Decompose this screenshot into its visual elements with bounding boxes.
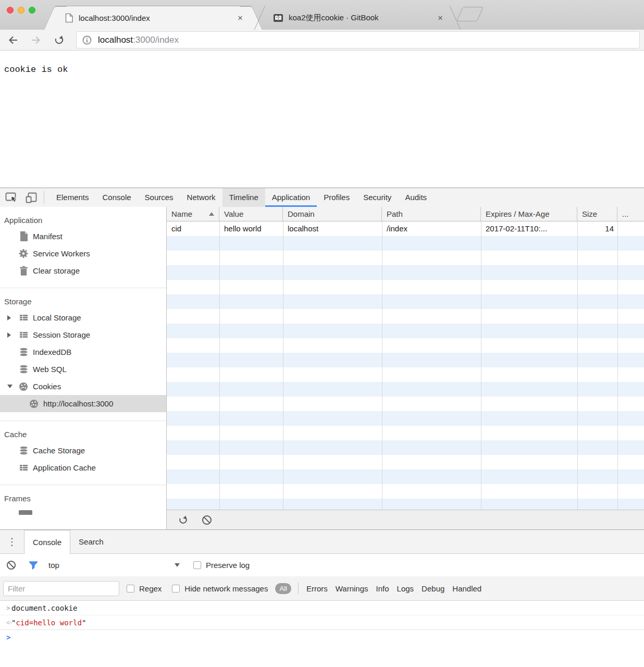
level-all-pill[interactable]: All [275,583,291,594]
refresh-icon[interactable] [178,515,188,525]
close-window-button[interactable] [7,7,14,14]
tab-edge [44,6,67,30]
tab-close-icon[interactable]: × [238,14,243,22]
page-body-text: cookie is ok [4,65,644,75]
column-header-expires[interactable]: Expires / Max-Age [481,207,577,221]
forward-icon[interactable] [30,35,42,45]
devtools-tab-security[interactable]: Security [356,188,398,207]
devtools-tab-console[interactable]: Console [96,188,138,207]
sidebar-item-clear-storage[interactable]: Clear storage [0,262,166,279]
tab-title: localhost:3000/index [79,14,233,22]
sidebar-item-local-storage[interactable]: Local Storage [0,309,166,326]
execution-context-select[interactable]: top [48,561,180,570]
new-tab-button[interactable] [456,7,484,21]
fullscreen-window-button[interactable] [29,7,35,14]
url-path: :3000/index [133,35,179,45]
devtools-tab-timeline[interactable]: Timeline [222,188,265,207]
application-sidebar: Application Manifest [0,207,167,529]
minimize-window-button[interactable] [18,7,24,14]
sidebar-item-application-cache[interactable]: Application Cache [0,459,166,476]
console-output: > document.cookie <· "cid=hello world" > [0,601,644,667]
frame-top-icon[interactable] [19,510,32,515]
expander-collapsed-icon[interactable] [7,315,19,320]
hide-network-checkbox[interactable] [172,585,180,592]
section-title: Frames [0,491,166,506]
result-quote: " [82,619,86,627]
tab-bar: localhost:3000/index × koa2使用cookie · Gi… [0,0,644,30]
devtools-tab-audits[interactable]: Audits [398,188,434,207]
column-header-value[interactable]: Value [219,207,283,221]
inspect-element-icon[interactable] [5,192,18,203]
filter-input[interactable] [3,581,119,596]
column-header-path[interactable]: Path [382,207,481,221]
devtools-tab-sources[interactable]: Sources [138,188,180,207]
console-input-entry[interactable]: > document.cookie [0,601,644,615]
level-info[interactable]: Info [376,584,389,593]
sidebar-item-cookies-localhost[interactable]: http://localhost:3000 [0,395,166,412]
sidebar-item-cache-storage[interactable]: Cache Storage [0,442,166,459]
tab-gitbook[interactable]: koa2使用cookie · GitBook × [264,6,451,30]
column-header-size[interactable]: Size [577,207,617,221]
cookie-row-cid[interactable]: cid hello world localhost /index 2017-02… [167,221,644,236]
column-divider[interactable] [382,221,382,510]
cell-value: hello world [219,221,283,236]
tab-localhost[interactable]: localhost:3000/index × [55,6,251,30]
column-header-domain[interactable]: Domain [283,207,382,221]
column-header-overflow[interactable]: ... [617,207,644,221]
sidebar-item-indexeddb[interactable]: IndexedDB [0,343,166,361]
column-header-name[interactable]: Name [167,207,219,221]
devtools-tab-elements[interactable]: Elements [49,188,96,207]
level-errors[interactable]: Errors [306,584,328,593]
clear-cookies-icon[interactable] [202,515,212,525]
level-handled[interactable]: Handled [452,584,481,593]
window-controls [7,7,35,14]
column-divider[interactable] [219,221,220,510]
sidebar-item-session-storage[interactable]: Session Storage [0,326,166,343]
cookies-table-header: Name Value Domain Path Expires / Max-Age… [167,207,644,221]
column-divider[interactable] [617,221,618,510]
sidebar-item-web-sql[interactable]: Web SQL [0,361,166,378]
console-result-entry[interactable]: <· "cid=hello world" [0,615,644,630]
sidebar-item-cookies[interactable]: Cookies [0,378,166,395]
device-toolbar-icon[interactable] [26,192,38,203]
sidebar-item-manifest[interactable]: Manifest [0,228,166,245]
page-info-icon[interactable] [82,35,92,45]
toolbar-divider [44,191,44,204]
filter-divider [298,583,299,594]
overflow-menu-icon[interactable]: ⋮ [0,530,24,553]
preserve-log-label: Preserve log [206,561,250,570]
sidebar-section-application: Application Manifest [0,207,166,288]
cell-name: cid [167,221,219,236]
regex-label: Regex [139,584,162,593]
devtools-tab-application[interactable]: Application [265,188,317,207]
drawer-tab-search[interactable]: Search [70,530,112,553]
back-icon[interactable] [7,35,19,45]
expander-collapsed-icon[interactable] [7,332,19,338]
level-debug[interactable]: Debug [422,584,444,593]
result-quote: " [11,619,16,627]
level-logs[interactable]: Logs [397,584,414,593]
url-input[interactable]: localhost :3000/index [76,31,640,48]
clear-console-icon[interactable] [6,560,16,570]
preserve-log-checkbox[interactable] [193,561,201,569]
devtools-tab-profiles[interactable]: Profiles [317,188,356,207]
devtools-tab-network[interactable]: Network [180,188,222,207]
console-filter-bar: Regex Hide network messages All Errors W… [0,576,644,601]
gear-icon [19,249,28,258]
column-divider[interactable] [577,221,578,510]
reload-icon[interactable] [54,34,65,45]
console-prompt[interactable]: > [0,630,644,645]
level-warnings[interactable]: Warnings [336,584,368,593]
manifest-file-icon [19,231,28,241]
tab-close-icon[interactable]: × [438,14,443,22]
drawer-tab-console[interactable]: Console [24,530,70,554]
regex-checkbox[interactable] [127,585,134,592]
sidebar-item-service-workers[interactable]: Service Workers [0,245,166,262]
column-divider[interactable] [481,221,481,510]
console-result-string: cid=hello world [16,619,81,627]
cell-size: 14 [577,221,617,236]
filter-icon[interactable] [29,561,38,570]
storage-table-icon [19,332,28,338]
column-divider[interactable] [283,221,283,510]
expander-expanded-icon[interactable] [7,385,19,388]
